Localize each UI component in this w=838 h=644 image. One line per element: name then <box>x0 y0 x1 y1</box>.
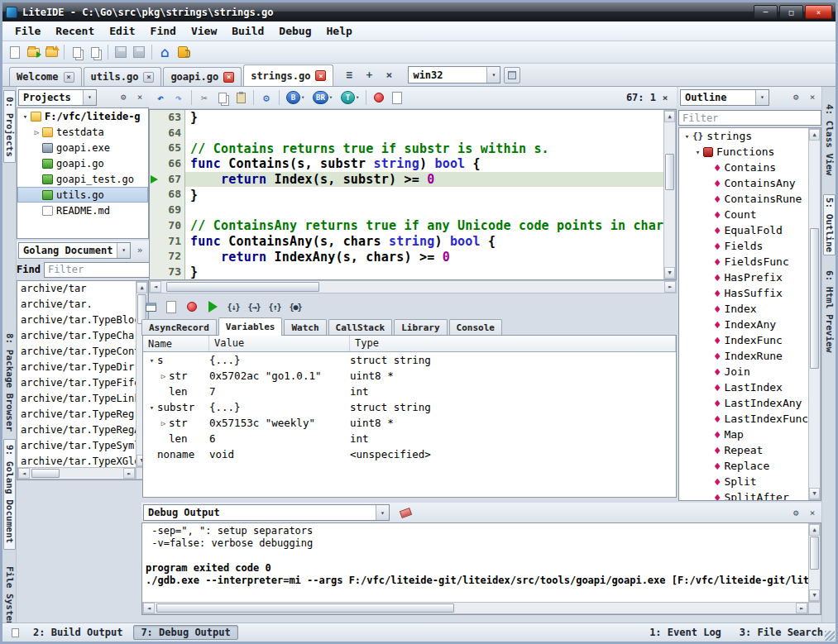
outline-item[interactable]: ♦ContainsRune <box>679 191 808 207</box>
doc-list-item[interactable]: archive/tar.TypeBlock <box>17 312 136 328</box>
breakpoint-margin[interactable] <box>150 141 160 156</box>
debug-tab-asyncrecord[interactable]: AsyncRecord <box>141 319 217 336</box>
docpanel-combo[interactable]: Golang Document ▾ <box>18 242 131 259</box>
menu-build[interactable]: Build <box>224 23 271 39</box>
breakpoint-margin[interactable] <box>150 172 160 188</box>
build-config-icon[interactable]: ⚙ <box>257 89 275 107</box>
combo-arrow-icon[interactable]: ▾ <box>376 505 389 520</box>
debug-tab-variables[interactable]: Variables <box>218 317 283 336</box>
expanded-icon[interactable]: ▾ <box>682 132 692 141</box>
editor-close-button[interactable]: × <box>658 91 672 104</box>
scroll-down-icon[interactable]: ▼ <box>664 267 675 279</box>
variable-row[interactable]: len7int <box>143 384 676 399</box>
expanded-icon[interactable]: ▾ <box>692 148 703 156</box>
code-editor[interactable]: 63}6465// Contains returns true if subst… <box>149 109 677 280</box>
test-button[interactable]: T▾ <box>338 89 362 107</box>
scroll-thumb[interactable] <box>166 282 319 292</box>
scroll-right-icon[interactable]: ► <box>664 281 676 293</box>
outline-item[interactable]: ♦Repeat <box>679 442 808 458</box>
doc-list-item[interactable]: archive/tar.TypeFifo <box>17 375 136 391</box>
right-tab-4-class-view[interactable]: 4: Class View <box>823 92 836 188</box>
debug-record-icon[interactable] <box>370 89 388 107</box>
outline-item[interactable]: ♦SplitAfter <box>679 489 808 500</box>
scroll-thumb[interactable] <box>810 228 819 369</box>
outline-item[interactable]: ♦LastIndex <box>679 379 808 395</box>
scroll-thumb[interactable] <box>810 537 819 570</box>
outline-item[interactable]: ♦HasPrefix <box>679 270 808 285</box>
expanded-icon[interactable]: ▾ <box>146 403 157 412</box>
scroll-left-icon[interactable]: ◄ <box>143 603 155 613</box>
build-button[interactable]: B▾ <box>283 89 308 107</box>
scroll-down-icon[interactable]: ▼ <box>809 488 820 499</box>
doc-list-item[interactable]: archive/tar.TypeReg <box>17 407 136 422</box>
paste-docs-icon[interactable] <box>86 44 104 61</box>
scroll-right-icon[interactable]: ► <box>123 468 135 479</box>
variable-row[interactable]: nonamevoid<unspecified> <box>143 446 676 462</box>
outline-item[interactable]: ♦Split <box>679 474 808 489</box>
step-over-icon[interactable]: {→} <box>245 298 263 316</box>
outline-item[interactable]: ♦EqualFold <box>679 222 808 238</box>
cut-icon[interactable]: ✂ <box>195 89 213 107</box>
tab-close-icon[interactable]: × <box>143 72 154 83</box>
variable-row[interactable]: ▾substr{...}struct string <box>143 399 676 415</box>
output-close-icon[interactable]: × <box>805 505 820 520</box>
save-file-icon[interactable] <box>112 44 130 61</box>
open-file-icon[interactable] <box>24 44 42 61</box>
editor-vscrollbar[interactable]: ▲ ▼ <box>663 110 676 279</box>
file-tab-strings-go[interactable]: strings.go× <box>243 64 333 86</box>
doc-list-item[interactable]: archive/tar. <box>17 297 136 312</box>
code-line[interactable]: 69 <box>150 203 663 218</box>
status-2-build-output[interactable]: 2: Build Output <box>26 625 130 640</box>
column-value[interactable]: Value <box>209 336 350 351</box>
right-tab-6-html-preview[interactable]: 6: Html Preview <box>823 262 836 361</box>
target-combo[interactable]: win32 ▾ <box>408 66 500 83</box>
tab-close-icon[interactable]: × <box>223 72 234 83</box>
project-tree-item[interactable]: utils.go <box>17 187 148 203</box>
outline-item[interactable]: ♦Replace <box>679 458 808 474</box>
new-file-icon[interactable] <box>6 44 24 61</box>
outline-item[interactable]: ▾{}strings <box>679 128 808 144</box>
debug-tab-console[interactable]: Console <box>449 319 502 336</box>
doc-list-item[interactable]: archive/tar.TypeRegA <box>17 422 136 438</box>
outline-item[interactable]: ▾Functions <box>679 144 808 160</box>
outline-item[interactable]: ♦LastIndexFunc <box>679 411 808 427</box>
outline-item[interactable]: ♦LastIndexAny <box>679 395 808 411</box>
tab-close-icon[interactable]: × <box>315 70 326 81</box>
output-gear-icon[interactable]: ⚙ <box>788 505 803 520</box>
debug-tab-library[interactable]: Library <box>394 319 447 336</box>
scroll-up-icon[interactable]: ▲ <box>664 111 675 122</box>
open-folder-icon[interactable] <box>42 44 60 61</box>
variable-row[interactable]: ▾s{...}struct string <box>143 352 676 368</box>
menu-help[interactable]: Help <box>319 23 360 39</box>
output-combo[interactable]: Debug Output ▾ <box>143 504 390 521</box>
scroll-down-icon[interactable]: ▼ <box>809 589 820 601</box>
code-line[interactable]: 67 return Index(s, substr) >= 0 <box>150 172 663 188</box>
outline-item[interactable]: ♦Count <box>679 207 808 222</box>
collapsed-icon[interactable]: ▷ <box>158 372 169 380</box>
outline-item[interactable]: ♦Map <box>679 427 808 442</box>
file-tab-utils-go[interactable]: utils.go× <box>84 67 162 86</box>
copy-icon[interactable] <box>213 89 232 107</box>
file-tab-goapi-go[interactable]: goapi.go× <box>163 67 242 86</box>
projects-combo[interactable]: Projects ▾ <box>18 89 97 106</box>
projects-gear-icon[interactable]: ⚙ <box>116 90 131 105</box>
scroll-right-icon[interactable]: ► <box>796 603 807 613</box>
doc-list-hscrollbar[interactable]: ◄ ► <box>17 467 136 479</box>
env-button[interactable] <box>504 67 520 83</box>
save-all-icon[interactable] <box>130 44 148 61</box>
breakpoint-margin[interactable] <box>150 187 160 203</box>
outline-item[interactable]: ♦Fields <box>679 238 808 254</box>
doc-list-item[interactable]: archive/tar.TypeChar <box>17 328 136 344</box>
outline-item[interactable]: ♦IndexFunc <box>679 332 808 348</box>
docpanel-more-icon[interactable]: » <box>132 243 147 258</box>
breakpoint-margin[interactable] <box>150 234 160 250</box>
code-line[interactable]: 73} <box>150 265 663 279</box>
menu-file[interactable]: File <box>7 23 48 39</box>
variable-row[interactable]: ▷str0x5702ac "go1.0.1"uint8 * <box>143 368 676 384</box>
breakpoint-margin[interactable] <box>150 265 160 279</box>
tab-list-icon[interactable]: ≡ <box>340 67 358 83</box>
doc-list-item[interactable]: archive/tar.TypeDir <box>17 360 136 375</box>
project-tree-item[interactable]: README.md <box>17 203 148 218</box>
doc-list-item[interactable]: archive/tar.TypeLink <box>17 391 136 407</box>
breakpoint-margin[interactable] <box>150 203 160 218</box>
